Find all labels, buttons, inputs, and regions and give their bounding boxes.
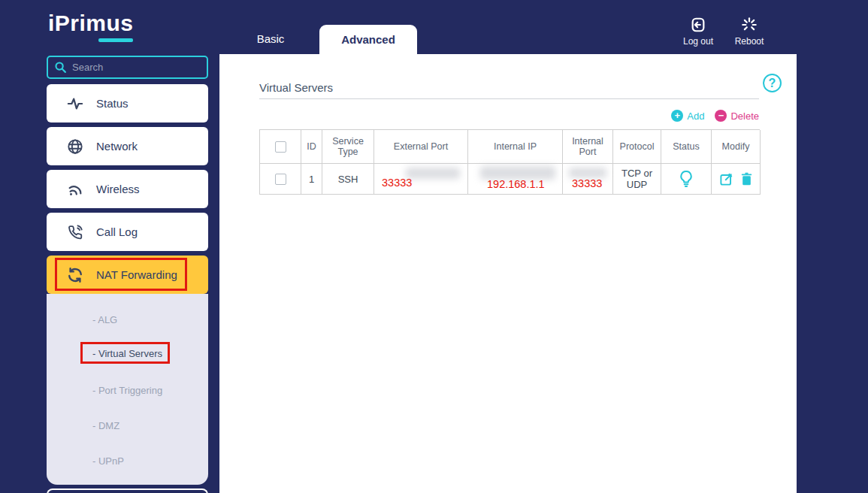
internal-port-value: 33333 — [572, 177, 602, 189]
add-plus-icon: + — [671, 110, 683, 122]
external-port-value: 33333 — [382, 177, 412, 189]
tab-advanced[interactable]: Advanced — [319, 25, 417, 54]
reboot-label: Reboot — [725, 36, 773, 47]
header-protocol: Protocol — [613, 130, 661, 164]
search-box[interactable] — [47, 56, 208, 79]
subitem-alg[interactable]: - ALG — [92, 314, 117, 325]
reboot-button[interactable]: Reboot — [725, 17, 773, 47]
sidebar-item-call-log[interactable]: Call Log — [47, 213, 208, 251]
row-select-cell — [260, 164, 301, 195]
edit-icon[interactable] — [719, 172, 733, 186]
search-icon — [54, 61, 67, 74]
logout-label: Log out — [674, 36, 722, 47]
header-internal-port: Internal Port — [563, 130, 613, 164]
wireless-icon — [67, 181, 83, 198]
sidebar-item-network-label: Network — [96, 140, 138, 153]
row-status-cell — [661, 164, 712, 195]
status-icon — [67, 95, 83, 112]
virtual-servers-table: ID Service Type External Port Internal I… — [259, 129, 760, 195]
row-external-port-cell: 33333 — [374, 164, 468, 195]
brand-logo: iPrimus — [48, 11, 134, 36]
row-protocol-cell: TCP or UDP — [613, 164, 661, 195]
delete-button-label: Delete — [730, 110, 759, 122]
header-service-type: Service Type — [322, 130, 374, 164]
row-id-cell: 1 — [301, 164, 322, 195]
nat-forwarding-submenu: - ALG - Virtual Servers - Port Triggerin… — [47, 294, 208, 485]
network-globe-icon — [67, 138, 83, 155]
internal-ip-value: 192.168.1.1 — [487, 178, 545, 190]
delete-button[interactable]: − Delete — [715, 110, 759, 122]
help-question-glyph: ? — [769, 77, 776, 90]
sidebar-item-network[interactable]: Network — [47, 127, 208, 165]
sidebar-item-call-log-label: Call Log — [96, 225, 138, 238]
main-panel: Virtual Servers ? + Add − Delete ID Serv… — [219, 54, 797, 493]
help-button[interactable]: ? — [763, 74, 782, 92]
tab-basic-label: Basic — [257, 32, 285, 45]
sidebar-item-nat-forwarding-label: NAT Forwarding — [96, 268, 177, 281]
logout-icon — [690, 17, 706, 33]
status-lightbulb-icon[interactable] — [678, 170, 694, 188]
add-button[interactable]: + Add — [671, 110, 704, 122]
subitem-upnp[interactable]: - UPnP — [92, 455, 124, 467]
row-service-type-cell: SSH — [322, 164, 374, 195]
page-title: Virtual Servers — [259, 81, 333, 94]
header-internal-ip: Internal IP — [468, 130, 563, 164]
sidebar-item-wireless-label: Wireless — [96, 183, 140, 195]
row-checkbox[interactable] — [275, 174, 286, 185]
sidebar-item-nat-forwarding[interactable]: NAT Forwarding — [47, 256, 208, 294]
header-external-port: External Port — [374, 130, 468, 164]
row-modify-cell — [712, 164, 761, 195]
reboot-icon — [741, 17, 758, 33]
nat-forwarding-icon — [67, 267, 83, 283]
delete-minus-icon: − — [715, 110, 727, 122]
brand-logo-underline — [98, 38, 133, 42]
row-internal-port-cell: 33333 — [563, 164, 613, 195]
header-id: ID — [301, 130, 322, 164]
tab-advanced-label: Advanced — [341, 33, 395, 46]
header-select-all-cell — [260, 130, 301, 164]
add-button-label: Add — [687, 110, 704, 122]
trash-icon[interactable] — [740, 172, 753, 186]
tab-basic[interactable]: Basic — [248, 23, 293, 54]
sidebar-item-wireless[interactable]: Wireless — [47, 170, 208, 208]
header-modify: Modify — [712, 130, 761, 164]
sidebar-item-status-label: Status — [96, 97, 129, 110]
subitem-dmz[interactable]: - DMZ — [92, 420, 119, 431]
subitem-port-triggering[interactable]: - Port Triggering — [92, 385, 162, 396]
header-status: Status — [661, 130, 712, 164]
redacted-value-blur — [406, 168, 460, 179]
sidebar-item-status[interactable]: Status — [47, 84, 208, 122]
sidebar-item-partial-card — [47, 488, 208, 493]
table-toolbar: + Add − Delete — [671, 110, 759, 122]
title-divider — [259, 98, 759, 99]
redacted-value-blur — [569, 168, 606, 178]
select-all-checkbox[interactable] — [275, 141, 286, 153]
search-input[interactable] — [72, 62, 192, 73]
logout-button[interactable]: Log out — [674, 17, 722, 47]
brand-logo-text: iPrimus — [48, 11, 134, 35]
row-internal-ip-cell: 192.168.1.1 — [468, 164, 563, 195]
call-log-icon — [67, 224, 83, 240]
subitem-virtual-servers[interactable]: - Virtual Servers — [92, 348, 162, 359]
